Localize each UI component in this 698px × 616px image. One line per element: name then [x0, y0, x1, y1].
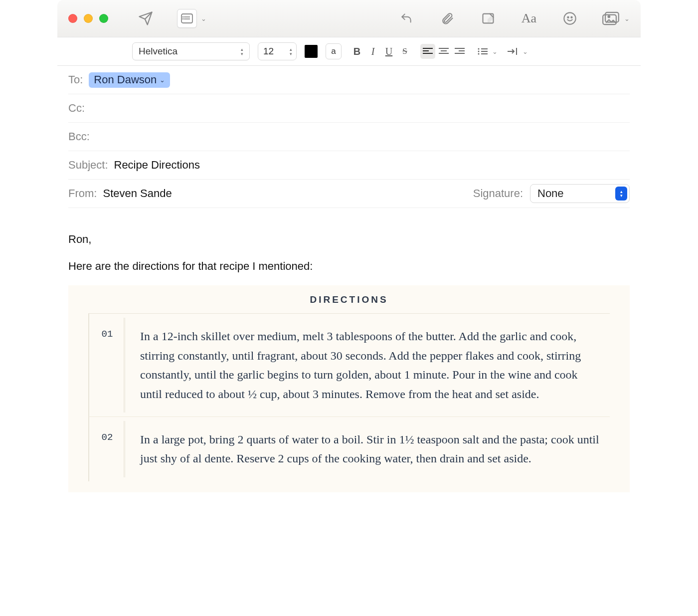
- stepper-icon: ▴▾: [290, 47, 292, 56]
- svg-point-25: [478, 53, 480, 55]
- svg-point-11: [608, 16, 610, 18]
- minimize-window-button[interactable]: [84, 14, 93, 23]
- to-field-row[interactable]: To: Ron Dawson ⌄: [68, 66, 630, 94]
- step-text: In a large pot, bring 2 quarts of water …: [125, 417, 610, 481]
- body-text-block: Ron, Here are the directions for that re…: [68, 232, 630, 273]
- svg-point-7: [567, 17, 568, 18]
- cc-field-row[interactable]: Cc:: [68, 94, 630, 123]
- subject-field-row[interactable]: Subject: Recipe Directions: [68, 151, 630, 180]
- font-size-value: 12: [263, 46, 274, 57]
- italic-button[interactable]: I: [365, 44, 380, 59]
- align-left-icon: [423, 47, 433, 55]
- align-left-button[interactable]: [420, 44, 435, 59]
- recipient-chip[interactable]: Ron Dawson ⌄: [89, 72, 170, 88]
- from-label: From:: [68, 187, 97, 200]
- chevron-down-icon[interactable]: ⌄: [522, 48, 528, 55]
- svg-point-21: [478, 48, 480, 50]
- indent-button[interactable]: [506, 44, 521, 59]
- message-body[interactable]: Ron, Here are the directions for that re…: [57, 208, 641, 503]
- window-controls: [68, 14, 108, 23]
- greeting-line: Ron,: [68, 232, 630, 247]
- recipe-card: DIRECTIONS 01 In a 12-inch skillet over …: [68, 285, 630, 492]
- intro-line: Here are the directions for that recipe …: [68, 259, 630, 274]
- step-number: 02: [89, 417, 125, 481]
- list-icon: [181, 13, 193, 23]
- from-field-row: From: Steven Sande Signature: None ▴▾: [68, 180, 630, 208]
- bcc-field-row[interactable]: Bcc:: [68, 123, 630, 151]
- format-button[interactable]: Aa: [520, 9, 538, 27]
- svg-point-4: [183, 19, 183, 19]
- bius-group: B I U S: [349, 44, 412, 59]
- bullet-list-icon: [478, 47, 488, 55]
- signature-value: None: [537, 187, 564, 200]
- underline-button[interactable]: U: [381, 44, 396, 59]
- align-center-icon: [439, 47, 449, 55]
- step-number: 01: [89, 314, 125, 416]
- recipe-step: 01 In a 12-inch skillet over medium, mel…: [88, 314, 610, 417]
- recipe-heading: DIRECTIONS: [88, 294, 610, 314]
- alignment-group: [420, 44, 467, 59]
- font-family-select[interactable]: Helvetica ▴▾: [132, 42, 250, 60]
- bcc-label: Bcc:: [68, 130, 90, 143]
- recipe-steps: 01 In a 12-inch skillet over medium, mel…: [88, 314, 610, 481]
- align-right-button[interactable]: [452, 44, 467, 59]
- to-label: To:: [68, 73, 83, 86]
- reply-button[interactable]: [397, 9, 416, 27]
- chevron-down-icon[interactable]: ⌄: [491, 48, 498, 55]
- subject-value: Recipe Directions: [114, 159, 200, 172]
- chevron-down-icon[interactable]: ⌄: [200, 15, 206, 22]
- stepper-icon: ▴▾: [241, 47, 243, 56]
- stepper-icon: ▴▾: [615, 187, 627, 201]
- cc-label: Cc:: [68, 102, 85, 115]
- recipe-step: 02 In a large pot, bring 2 quarts of wat…: [88, 417, 610, 481]
- photo-browser-button[interactable]: [601, 9, 620, 27]
- compose-header-fields: To: Ron Dawson ⌄ Cc: Bcc: Subject: Recip…: [57, 66, 641, 208]
- svg-point-23: [478, 51, 480, 52]
- compose-window: ⌄ Aa ⌄: [57, 0, 641, 503]
- font-size-select[interactable]: 12 ▴▾: [258, 42, 297, 60]
- signature-select[interactable]: None ▴▾: [530, 184, 630, 203]
- close-window-button[interactable]: [68, 14, 77, 23]
- toolbar-left-group: ⌄: [136, 9, 206, 28]
- text-color-swatch[interactable]: [305, 45, 318, 58]
- signature-label: Signature:: [473, 187, 523, 200]
- toolbar-right-group: Aa ⌄: [397, 9, 630, 27]
- font-family-value: Helvetica: [139, 46, 177, 57]
- svg-point-8: [571, 17, 572, 18]
- indent-group: ⌄: [506, 44, 528, 59]
- attach-button[interactable]: [438, 9, 457, 27]
- text-style-button[interactable]: a: [326, 43, 342, 59]
- align-center-button[interactable]: [436, 44, 451, 59]
- chevron-down-icon: ⌄: [160, 76, 165, 84]
- subject-label: Subject:: [68, 159, 108, 172]
- reply-arrow-icon: [399, 12, 414, 25]
- svg-point-3: [183, 17, 183, 17]
- photos-icon: [602, 11, 619, 25]
- from-value[interactable]: Steven Sande: [103, 187, 172, 200]
- strikethrough-button[interactable]: S: [397, 44, 412, 59]
- paperplane-icon: [138, 11, 153, 26]
- zoom-window-button[interactable]: [99, 14, 108, 23]
- bold-button[interactable]: B: [349, 44, 364, 59]
- smiley-icon: [563, 11, 577, 25]
- send-button[interactable]: [136, 9, 155, 27]
- chevron-down-icon[interactable]: ⌄: [623, 15, 630, 22]
- indent-icon: [508, 47, 519, 55]
- paperclip-icon: [440, 11, 454, 26]
- align-right-icon: [455, 47, 465, 55]
- titlebar: ⌄ Aa ⌄: [57, 0, 641, 37]
- format-toolbar: Helvetica ▴▾ 12 ▴▾ a B I U S: [57, 37, 641, 66]
- markup-icon: [481, 11, 496, 25]
- list-group: ⌄: [475, 44, 498, 59]
- signature-group: Signature: None ▴▾: [473, 184, 630, 203]
- svg-point-6: [564, 12, 575, 24]
- step-text: In a 12-inch skillet over medium, melt 3…: [125, 314, 610, 416]
- bullet-list-button[interactable]: [475, 44, 490, 59]
- header-fields-button[interactable]: [177, 9, 197, 28]
- markup-button[interactable]: [479, 9, 498, 27]
- recipient-name: Ron Dawson: [94, 73, 157, 86]
- emoji-button[interactable]: [560, 9, 579, 27]
